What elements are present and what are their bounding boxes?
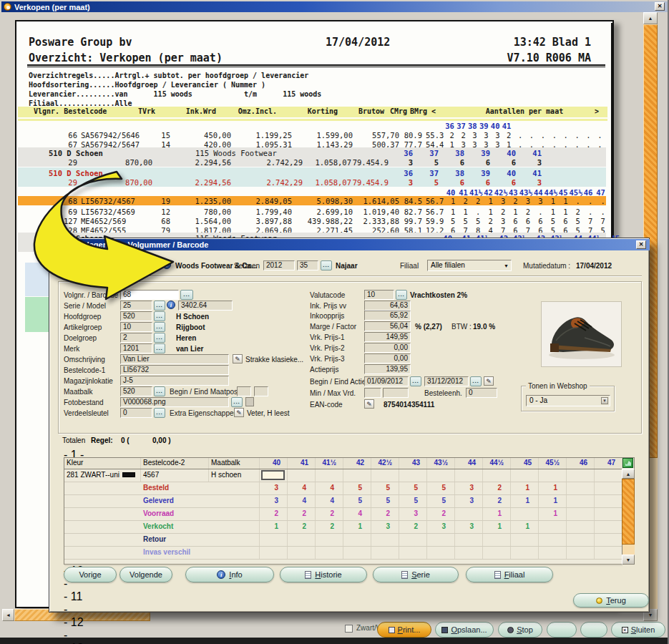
size-column-header: 44½ (483, 458, 511, 469)
focused-input-cell[interactable] (261, 470, 285, 480)
doelgroep-code-field[interactable]: 2 (120, 333, 152, 343)
edit-icon[interactable]: ✎ (364, 399, 374, 409)
marge-field[interactable]: 56,04 (364, 321, 411, 331)
report-row[interactable]: 69LI56732/456912780,001.799,402.699,101.… (16, 208, 615, 216)
fotobestand-lookup-button[interactable]: ... (231, 397, 243, 407)
vorige-button[interactable]: Vorige (64, 567, 117, 582)
size-entry-cell[interactable] (539, 469, 567, 482)
actie-begin-field[interactable]: 01/09/2012 (364, 376, 409, 386)
dialog-close-icon[interactable]: ✕ (636, 240, 646, 249)
artikelgroep-lookup-button[interactable]: ... (154, 322, 165, 332)
besteleenh-field[interactable]: 0 (466, 388, 497, 398)
size-entry-cell[interactable] (595, 469, 622, 482)
print-button[interactable]: Print... (377, 622, 431, 638)
verdeelsleutel-lookup-button[interactable]: ... (154, 408, 165, 418)
scroll-up-icon[interactable]: ▲ (622, 469, 635, 479)
size-entry-cell[interactable] (567, 469, 595, 482)
leverancier-field[interactable]: 115 (107, 260, 147, 270)
fotobestand-field[interactable]: V000068.png (120, 397, 229, 407)
main-close-icon[interactable]: ✕ (655, 2, 665, 11)
size-entry-cell[interactable] (260, 469, 288, 482)
report-row[interactable]: 127ME4652/569681.564,003.897,88439.988,2… (16, 217, 615, 225)
actie-eind-lookup-button[interactable]: ... (470, 376, 482, 386)
scroll-up-icon[interactable]: ▲ (643, 12, 658, 24)
serie-button[interactable]: Serie (373, 567, 459, 582)
stop-button[interactable]: Stop (498, 622, 542, 638)
edit-icon[interactable]: ✎ (484, 376, 494, 386)
size-entry-cell[interactable] (288, 469, 316, 482)
fotobestand-extra-button[interactable] (245, 397, 254, 406)
vrkprijs3-field[interactable]: 0,00 (364, 353, 411, 364)
doelgroep-lookup-button[interactable]: ... (154, 333, 165, 343)
valutacode-field[interactable]: 10 (364, 290, 394, 300)
size-entry-cell[interactable] (399, 469, 427, 482)
seizoen-jaar-field[interactable]: 2012 (263, 260, 295, 270)
terug-button[interactable]: Terug (573, 593, 649, 608)
merk-lookup-button[interactable]: ... (154, 343, 165, 353)
opslaan-button[interactable]: Opslaan... (435, 622, 494, 638)
toolbar-small-button-2[interactable] (580, 622, 607, 638)
zwartwit-checkbox[interactable] (345, 625, 353, 633)
size-qty: 1 (482, 197, 492, 205)
maatbalk-lookup-button[interactable]: ... (154, 386, 165, 396)
volgnr-field[interactable]: 68 (120, 290, 179, 300)
report-row[interactable]: 66SA567942/564615450,001.199,251.599,005… (16, 131, 615, 140)
maatpos-eind-field[interactable] (254, 386, 268, 396)
omschrijving-field[interactable]: Van Lier (120, 354, 229, 364)
volgende-button[interactable]: Volgende (119, 567, 172, 582)
size-entry-cell[interactable] (455, 469, 483, 482)
filiaal-button[interactable]: Filiaal (466, 567, 553, 582)
table-vscrollbar-thumb[interactable] (622, 479, 635, 545)
actie-begin-lookup-button[interactable]: ... (410, 376, 421, 386)
info-button[interactable]: iInfo (185, 567, 274, 582)
inkoopprijs-field[interactable]: 65,92 (364, 311, 411, 321)
inkprijsvv-field[interactable]: 64,63 (364, 301, 411, 311)
actieprijs-field[interactable]: 139,95 (364, 364, 411, 374)
verdeelsleutel-field[interactable]: 0 (120, 408, 152, 418)
serie-model-field[interactable]: 3402.64 (178, 301, 233, 311)
size-qty: 6 (440, 158, 464, 167)
leverancier-lookup-button[interactable]: ... (149, 260, 160, 270)
article-row[interactable]: 281 ZWART--uni4567H schoen (64, 469, 622, 482)
row-value: 557,70 (356, 131, 399, 140)
artikelgroep-code-field[interactable]: 10 (120, 322, 152, 332)
info-icon[interactable]: i (162, 260, 171, 269)
merk-code-field[interactable]: 1201 (120, 343, 152, 353)
doelgroep-label: Doelgroep (64, 334, 97, 342)
hoofdgroep-lookup-button[interactable]: ... (154, 311, 165, 321)
max-vrd-field[interactable] (383, 388, 409, 398)
valutacode-lookup-button[interactable]: ... (396, 290, 407, 300)
serie-lookup-button[interactable]: ... (154, 301, 165, 311)
seizoen-code-field[interactable]: 35 (297, 260, 318, 270)
maatbalk-code-field[interactable]: 520 (120, 386, 152, 396)
size-entry-cell[interactable] (511, 469, 539, 482)
sluiten-button[interactable]: ✕ Sluiten (611, 622, 665, 638)
volgnr-lookup-button[interactable]: ... (180, 290, 193, 300)
vrkprijs1-field[interactable]: 149,95 (364, 332, 411, 342)
report-row[interactable]: 68LI56732/4567191.235,002.849,055.098,30… (16, 197, 615, 205)
min-vrd-field[interactable] (364, 388, 381, 398)
magazijnlokatie-field[interactable]: J-5 (120, 376, 229, 386)
filiaal-dropdown[interactable]: Alle filialen▼ (427, 260, 512, 271)
historie-button[interactable]: Historie (280, 567, 367, 582)
hoofdgroep-code-field[interactable]: 520 (120, 311, 152, 321)
bestelcode1-field[interactable]: LI56732 (120, 365, 229, 375)
scroll-left-icon[interactable]: ◄ (2, 609, 14, 621)
actie-eind-field[interactable]: 31/12/2012 (424, 376, 469, 386)
edit-icon[interactable]: ✎ (233, 354, 243, 364)
size-entry-cell[interactable] (427, 469, 455, 482)
size-entry-cell[interactable] (371, 469, 399, 482)
maatpos-begin-field[interactable] (237, 386, 251, 396)
size-entry-cell[interactable] (316, 469, 343, 482)
serie-code-field[interactable]: 25 (120, 301, 152, 311)
webshop-dropdown[interactable]: 0 - Ja▼ (526, 395, 610, 406)
vrkprijs2-field[interactable]: 0,00 (364, 343, 411, 353)
size-entry-cell[interactable] (343, 469, 371, 482)
table-options-icon[interactable] (622, 458, 633, 468)
seizoen-lookup-button[interactable]: ... (321, 260, 332, 270)
edit-icon[interactable]: ✎ (234, 408, 244, 417)
info-icon[interactable]: i (167, 301, 175, 309)
toolbar-small-button-1[interactable] (547, 622, 577, 638)
size-entry-cell[interactable] (483, 469, 511, 482)
scroll-down-icon[interactable]: ▼ (622, 555, 635, 565)
